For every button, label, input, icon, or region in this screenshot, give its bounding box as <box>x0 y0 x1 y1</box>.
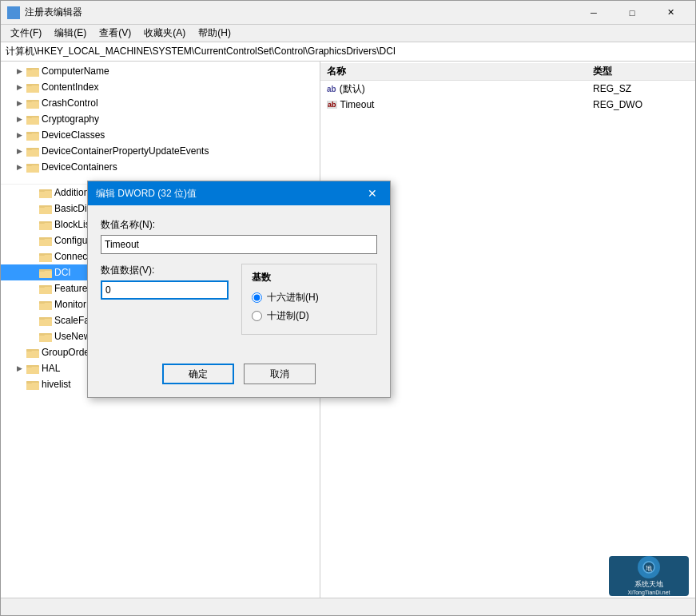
edit-dword-dialog: 编辑 DWORD (32 位)值 ✕ 数值名称(N): 数值数据(V): <box>87 181 391 398</box>
dialog-buttons: 确定 取消 <box>88 357 390 397</box>
data-field-group: 数值数据(V): <box>101 264 229 335</box>
base-group: 基数 十六进制(H) 十进制(D) <box>241 264 377 335</box>
dialog-title-bar: 编辑 DWORD (32 位)值 ✕ <box>88 181 390 205</box>
radio-hex-label: 十六进制(H) <box>267 291 319 304</box>
base-label: 基数 <box>252 271 367 284</box>
name-label: 数值名称(N): <box>101 218 377 232</box>
dialog-body: 数值名称(N): 数值数据(V): 基数 十六进制(H) <box>88 205 390 357</box>
radio-hex[interactable] <box>252 292 262 303</box>
radio-hex-item[interactable]: 十六进制(H) <box>252 291 367 304</box>
radio-dec[interactable] <box>252 311 262 321</box>
main-window: 注册表编辑器 ─ □ ✕ 文件(F) 编辑(E) 查看(V) 收藏夹(A) 帮助… <box>0 0 696 616</box>
dialog-close-button[interactable]: ✕ <box>363 184 382 203</box>
cancel-button[interactable]: 取消 <box>244 364 316 384</box>
name-input[interactable] <box>101 235 377 254</box>
radio-dec-item[interactable]: 十进制(D) <box>252 309 367 323</box>
radio-dec-label: 十进制(D) <box>267 309 309 323</box>
dialog-title: 编辑 DWORD (32 位)值 <box>96 187 363 201</box>
ok-button[interactable]: 确定 <box>162 364 234 384</box>
data-row: 数值数据(V): 基数 十六进制(H) 十进制(D) <box>101 264 377 335</box>
dialog-overlay: 编辑 DWORD (32 位)值 ✕ 数值名称(N): 数值数据(V): <box>1 1 695 615</box>
data-input[interactable] <box>101 280 229 300</box>
name-field-group: 数值名称(N): <box>101 218 377 254</box>
base-radio-group: 基数 十六进制(H) 十进制(D) <box>241 264 377 335</box>
data-label: 数值数据(V): <box>101 264 229 277</box>
